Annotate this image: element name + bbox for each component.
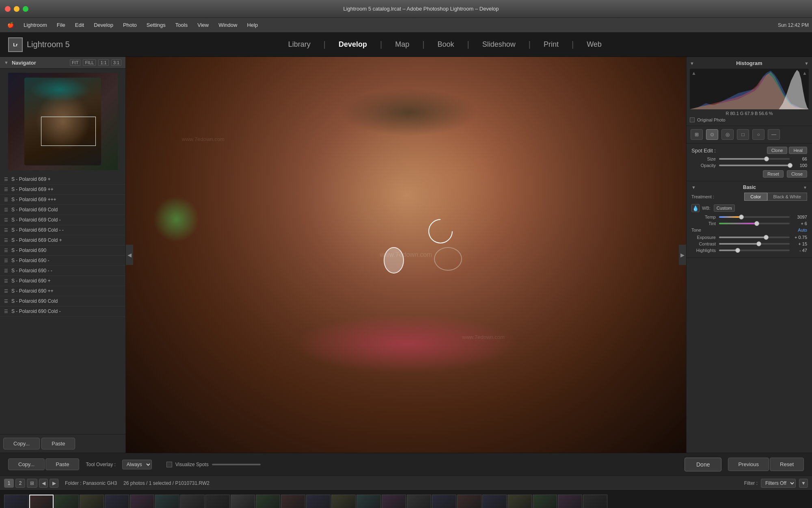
temp-slider[interactable] [719, 216, 790, 218]
filmstrip-thumbnail[interactable]: 0:20 [533, 495, 557, 508]
preset-item[interactable]: ☰S - Polaroid 690 + [0, 276, 125, 286]
wb-select[interactable]: Custom [714, 204, 735, 212]
filmstrip-thumbnail[interactable] [80, 495, 104, 508]
filmstrip-thumbnail[interactable] [155, 495, 179, 508]
toolbar-paste-button[interactable]: Paste [45, 458, 79, 470]
filter-dropdown-button[interactable]: ▼ [799, 479, 808, 488]
spot-reset-button[interactable]: Reset [763, 170, 784, 178]
next-arrow[interactable]: ▶ [50, 479, 58, 488]
filmstrip-thumbnail[interactable] [231, 495, 255, 508]
heal-button[interactable]: Heal [789, 147, 807, 154]
page-1-button[interactable]: 1 [4, 479, 14, 488]
nav-web[interactable]: Web [583, 39, 605, 50]
left-panel-toggle[interactable]: ◀ [126, 245, 133, 265]
tool-crop[interactable]: □ [737, 129, 749, 140]
preset-item[interactable]: ☰S - Polaroid 669 Cold - [0, 215, 125, 225]
filmstrip-thumbnail[interactable] [356, 495, 381, 508]
preset-item[interactable]: ☰S - Polaroid 669 Cold - - [0, 225, 125, 235]
filmstrip-thumbnail[interactable] [331, 495, 356, 508]
nav-book[interactable]: Book [434, 39, 457, 50]
done-button[interactable]: Done [685, 458, 721, 471]
grid-view-button[interactable]: ⊞ [27, 479, 37, 488]
tool-oval[interactable]: ○ [752, 129, 764, 140]
menu-photo[interactable]: Photo [119, 20, 141, 30]
menu-help[interactable]: Help [243, 20, 262, 30]
original-photo-checkbox[interactable] [690, 117, 695, 122]
preset-item[interactable]: ☰S - Polaroid 690 - [0, 256, 125, 266]
nav-develop[interactable]: Develop [335, 39, 370, 50]
auto-button[interactable]: Auto [798, 228, 807, 232]
preset-item[interactable]: ☰S - Polaroid 690 ++ [0, 286, 125, 296]
zoom-3to1[interactable]: 3:1 [111, 59, 121, 66]
filmstrip-thumbnail[interactable] [281, 495, 305, 508]
menu-window[interactable]: Window [214, 20, 241, 30]
tool-grid[interactable]: ⊞ [691, 129, 703, 140]
wb-eyedropper[interactable]: 💧 [691, 204, 700, 212]
previous-button[interactable]: Previous [728, 458, 769, 471]
tool-redeye[interactable]: ◎ [721, 129, 734, 140]
preset-item[interactable]: ☰S - Polaroid 669 ++ [0, 185, 125, 195]
nav-map[interactable]: Map [392, 39, 412, 50]
close-button[interactable] [5, 6, 11, 12]
color-treatment-button[interactable]: Color [744, 193, 767, 201]
right-panel-toggle[interactable]: ▶ [679, 245, 686, 265]
histogram-collapse-arrow[interactable]: ▼ [690, 61, 694, 66]
filmstrip-thumbnail[interactable] [306, 495, 330, 508]
filmstrip-thumbnail[interactable] [180, 495, 205, 508]
preset-item[interactable]: ☰S - Polaroid 690 Cold - [0, 306, 125, 317]
preset-item[interactable]: ☰S - Polaroid 669 + [0, 174, 125, 185]
overlay-select[interactable]: Always [122, 460, 152, 469]
preset-item[interactable]: ☰S - Polaroid 690 - - [0, 266, 125, 276]
filmstrip-thumbnail[interactable] [29, 495, 54, 508]
filmstrip-thumbnail[interactable] [256, 495, 280, 508]
menu-edit[interactable]: Edit [71, 20, 88, 30]
copy-button[interactable]: Copy... [3, 438, 40, 449]
navigator-collapse-arrow[interactable]: ▼ [4, 60, 9, 65]
visualize-spots-slider[interactable] [212, 464, 261, 465]
bw-treatment-button[interactable]: Black & White [767, 193, 807, 201]
preset-item[interactable]: ☰S - Polaroid 669 +++ [0, 195, 125, 205]
preset-item[interactable]: ☰S - Polaroid 690 [0, 245, 125, 256]
minimize-button[interactable] [14, 6, 19, 12]
menu-settings[interactable]: Settings [143, 20, 170, 30]
nav-slideshow[interactable]: Slideshow [479, 39, 519, 50]
spot-close-button[interactable]: Close [787, 170, 807, 178]
page-2-button[interactable]: 2 [15, 479, 25, 488]
zoom-fit[interactable]: FIT [70, 59, 81, 66]
paste-button[interactable]: Paste [41, 438, 75, 449]
nav-library[interactable]: Library [285, 39, 314, 50]
zoom-1to1[interactable]: 1:1 [98, 59, 108, 66]
filmstrip-thumbnail[interactable] [382, 495, 406, 508]
preset-item[interactable]: ☰S - Polaroid 669 Cold + [0, 235, 125, 245]
nav-print[interactable]: Print [540, 39, 562, 50]
menu-tools[interactable]: Tools [171, 20, 192, 30]
prev-arrow[interactable]: ◀ [39, 479, 48, 488]
menu-view[interactable]: View [193, 20, 213, 30]
filter-select[interactable]: Filters Off [761, 479, 796, 488]
zoom-fill[interactable]: FILL [83, 59, 96, 66]
photo-area[interactable]: www.7edown.com www.7edown.com www.7edown… [126, 57, 686, 453]
preset-item[interactable]: ☰S - Polaroid 669 Cold [0, 205, 125, 215]
highlights-slider[interactable] [719, 250, 790, 251]
histogram-left-arrow[interactable]: ▲ [691, 70, 696, 76]
menu-apple[interactable]: 🍎 [3, 20, 18, 30]
toolbar-copy-button[interactable]: Copy... [8, 458, 45, 470]
filmstrip-thumbnail[interactable]: 0:13 [583, 495, 607, 508]
filmstrip-thumbnail[interactable] [130, 495, 154, 508]
filmstrip-thumbnail[interactable] [54, 495, 79, 508]
menu-develop[interactable]: Develop [90, 20, 117, 30]
filmstrip-thumbnail[interactable] [407, 495, 431, 508]
reset-button[interactable]: Reset [770, 458, 804, 471]
menu-file[interactable]: File [53, 20, 69, 30]
menu-lightroom[interactable]: Lightroom [19, 20, 51, 30]
contrast-slider[interactable] [719, 243, 790, 245]
size-slider[interactable] [719, 158, 790, 160]
histogram-right-arrow[interactable]: ▲ [802, 70, 807, 76]
tool-spot[interactable]: ⊙ [706, 129, 718, 140]
clone-button[interactable]: Clone [767, 147, 788, 154]
filmstrip-thumbnail[interactable]: 0:27 [558, 495, 582, 508]
opacity-slider[interactable] [719, 165, 790, 166]
filmstrip-thumbnail[interactable]: 0:16 [508, 495, 532, 508]
filmstrip-thumbnail[interactable]: 0:36 [482, 495, 507, 508]
tool-gradient[interactable]: — [768, 129, 780, 140]
